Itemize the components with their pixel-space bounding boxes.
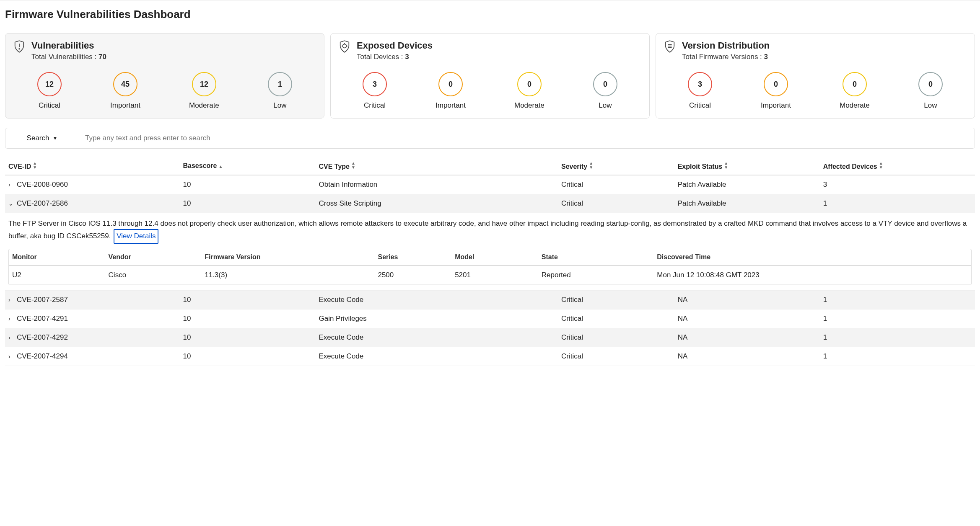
stat-moderate[interactable]: 12Moderate bbox=[189, 72, 219, 110]
col-vendor: Vendor bbox=[105, 249, 202, 266]
expanded-detail: The FTP Server in Cisco IOS 11.3 through… bbox=[5, 213, 975, 291]
expand-icon[interactable]: › bbox=[8, 297, 14, 303]
card-title: Version Distribution bbox=[682, 40, 770, 51]
stat-low[interactable]: 1Low bbox=[268, 72, 292, 110]
expand-icon[interactable]: › bbox=[8, 334, 14, 341]
stat-important[interactable]: 0Important bbox=[436, 72, 466, 110]
card-exposed-devices[interactable]: Exposed Devices Total Devices : 3 3Criti… bbox=[330, 33, 650, 119]
summary-cards: Vulnerabilities Total Vulnerabilities : … bbox=[0, 27, 980, 124]
expand-icon[interactable]: › bbox=[8, 315, 14, 322]
col-firmware-version: Firmware Version bbox=[201, 249, 374, 266]
page-title: Firmware Vulnerabilities Dashboard bbox=[0, 0, 980, 27]
stat-critical[interactable]: 3Critical bbox=[688, 72, 712, 110]
stat-important[interactable]: 45Important bbox=[110, 72, 140, 110]
card-vulnerabilities[interactable]: Vulnerabilities Total Vulnerabilities : … bbox=[5, 33, 324, 119]
sort-icon: ▲▼ bbox=[33, 161, 37, 170]
table-row[interactable]: ›CVE-2007-2587 10Execute CodeCriticalNA1 bbox=[5, 290, 975, 309]
search-type-dropdown[interactable]: Search ▼ bbox=[5, 128, 79, 148]
stat-low[interactable]: 0Low bbox=[593, 72, 617, 110]
sort-icon: ▲▼ bbox=[589, 161, 593, 170]
collapse-icon[interactable]: ⌄ bbox=[8, 200, 14, 207]
card-subtitle: Total Firmware Versions : 3 bbox=[682, 53, 770, 61]
expand-icon[interactable]: › bbox=[8, 181, 14, 188]
stat-critical[interactable]: 12Critical bbox=[37, 72, 62, 110]
card-subtitle: Total Devices : 3 bbox=[357, 53, 433, 61]
col-series: Series bbox=[374, 249, 451, 266]
sort-icon: ▲▼ bbox=[724, 161, 728, 170]
stat-critical[interactable]: 3Critical bbox=[363, 72, 387, 110]
card-subtitle: Total Vulnerabilities : 70 bbox=[31, 53, 106, 61]
table-row[interactable]: ›CVE-2008-0960 10Obtain InformationCriti… bbox=[5, 175, 975, 194]
shield-list-icon bbox=[664, 40, 676, 53]
sort-icon: ▲▼ bbox=[879, 161, 883, 170]
svg-point-2 bbox=[342, 44, 346, 48]
expand-icon[interactable]: › bbox=[8, 353, 14, 360]
col-severity[interactable]: Severity▲▼ bbox=[558, 157, 674, 175]
col-affected-devices[interactable]: Affected Devices▲▼ bbox=[820, 157, 975, 175]
table-row[interactable]: ›CVE-2007-4294 10Execute CodeCriticalNA1 bbox=[5, 347, 975, 366]
col-monitor: Monitor bbox=[9, 249, 105, 266]
shield-bug-icon bbox=[338, 40, 351, 53]
shield-alert-icon bbox=[13, 40, 26, 53]
col-discovered-time: Discovered Time bbox=[653, 249, 971, 266]
card-version-distribution[interactable]: Version Distribution Total Firmware Vers… bbox=[656, 33, 975, 119]
stat-moderate[interactable]: 0Moderate bbox=[840, 72, 870, 110]
svg-point-1 bbox=[19, 49, 20, 49]
stat-important[interactable]: 0Important bbox=[761, 72, 791, 110]
stat-low[interactable]: 0Low bbox=[918, 72, 943, 110]
table-row[interactable]: ⌄CVE-2007-2586 10Cross Site ScriptingCri… bbox=[5, 194, 975, 213]
vulnerabilities-table: CVE-ID▲▼ Basescore▲ CVE Type▲▼ Severity▲… bbox=[5, 157, 975, 366]
card-title: Vulnerabilities bbox=[31, 40, 106, 51]
col-state: State bbox=[538, 249, 654, 266]
view-details-link[interactable]: View Details bbox=[114, 229, 158, 243]
table-row[interactable]: ›CVE-2007-4292 10Execute CodeCriticalNA1 bbox=[5, 328, 975, 347]
search-bar: Search ▼ bbox=[5, 128, 975, 149]
stat-moderate[interactable]: 0Moderate bbox=[514, 72, 544, 110]
cve-description: The FTP Server in Cisco IOS 11.3 through… bbox=[8, 218, 972, 244]
col-model: Model bbox=[451, 249, 538, 266]
table-row[interactable]: ›CVE-2007-4291 10Gain PrivilegesCritical… bbox=[5, 309, 975, 328]
col-cve-type[interactable]: CVE Type▲▼ bbox=[315, 157, 558, 175]
sort-asc-icon: ▲ bbox=[218, 165, 223, 169]
affected-devices-table: Monitor Vendor Firmware Version Series M… bbox=[9, 249, 971, 285]
col-exploit-status[interactable]: Exploit Status▲▼ bbox=[674, 157, 820, 175]
sort-icon: ▲▼ bbox=[351, 161, 355, 170]
card-title: Exposed Devices bbox=[357, 40, 433, 51]
col-cve-id[interactable]: CVE-ID▲▼ bbox=[5, 157, 180, 175]
search-input[interactable] bbox=[79, 128, 975, 148]
device-row: U2 Cisco 11.3(3) 2500 5201 Reported Mon … bbox=[9, 266, 971, 285]
col-basescore[interactable]: Basescore▲ bbox=[180, 157, 316, 175]
chevron-down-icon: ▼ bbox=[52, 135, 57, 141]
